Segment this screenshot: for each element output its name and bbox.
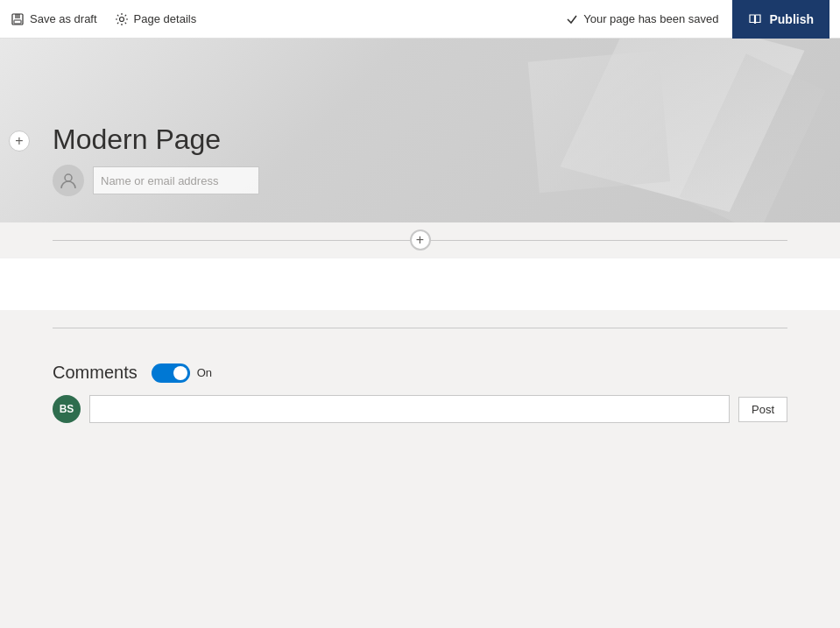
author-input[interactable] [93,166,259,194]
comments-toggle[interactable] [152,363,190,383]
comment-input[interactable] [89,395,730,423]
hero-section: Modern Page [0,39,840,222]
comments-section: Comments On BS Post [0,345,840,441]
svg-rect-2 [14,20,21,24]
save-draft-label: Save as draft [30,12,97,25]
hero-author-row [53,165,259,196]
section-divider: + [0,222,840,258]
comments-title: Comments [53,363,138,383]
commenter-avatar: BS [53,395,81,423]
add-section-center-button[interactable]: + [410,229,431,250]
svg-point-3 [119,17,124,21]
section-divider-2 [0,310,840,345]
post-comment-button[interactable]: Post [738,397,787,422]
toolbar-left: Save as draft Page details [11,12,196,26]
svg-rect-1 [15,14,20,18]
add-section-left-button[interactable]: + [9,131,30,152]
divider-line-2 [53,328,787,328]
saved-message: Your page has been saved [566,12,718,25]
toggle-knob [173,366,187,380]
person-icon [59,171,78,190]
page-details-button[interactable]: Page details [115,12,197,26]
commenter-initials: BS [60,403,74,415]
publish-label: Publish [769,12,814,26]
checkmark-icon [566,13,578,25]
book-icon [748,12,762,26]
toolbar-right: Your page has been saved Publish [566,0,829,39]
post-label: Post [752,403,774,416]
save-draft-button[interactable]: Save as draft [11,12,97,26]
toolbar: Save as draft Page details Your page has… [0,0,840,39]
svg-point-4 [65,174,72,181]
comments-toggle-row: On [152,363,212,383]
toggle-label: On [197,366,212,379]
page-details-label: Page details [134,12,197,25]
page-title: Modern Page [53,123,259,156]
comment-input-row: BS Post [53,395,787,423]
comments-header: Comments On [53,363,787,383]
publish-button[interactable]: Publish [732,0,829,39]
author-avatar [53,165,84,196]
hero-content: Modern Page [53,123,259,196]
saved-text: Your page has been saved [583,12,718,25]
content-band [0,258,840,310]
gear-icon [115,12,129,26]
save-icon [11,12,25,26]
